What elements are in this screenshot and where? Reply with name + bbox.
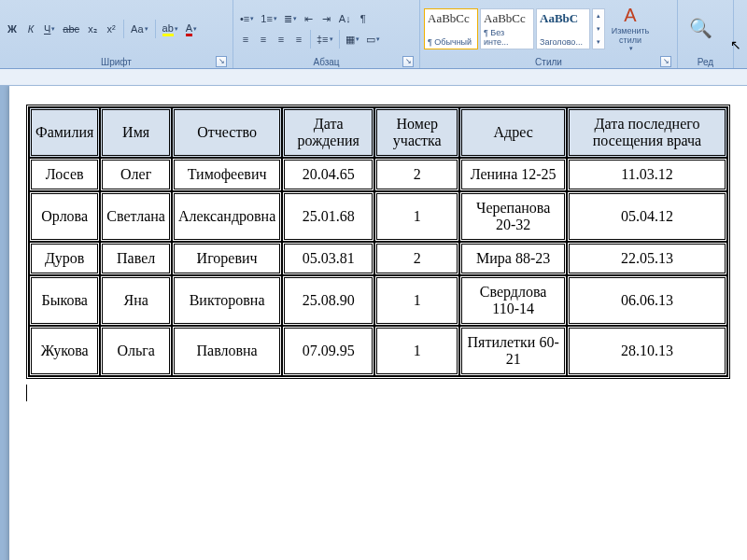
styles-dialog-launcher[interactable]: ↘ (660, 56, 671, 67)
table-cell[interactable]: Павловна (172, 326, 282, 376)
table-cell[interactable]: Павел (100, 242, 172, 275)
table-row[interactable]: БыковаЯнаВикторовна25.08.901Свердлова 11… (29, 275, 727, 326)
group-styles: AaBbCc¶ ОбычныйAaBbCc¶ Без инте...AaBbCЗ… (420, 0, 678, 68)
style-gallery: AaBbCc¶ ОбычныйAaBbCc¶ Без инте...AaBbCЗ… (424, 8, 590, 49)
group-font-title: Шрифт ↘ (4, 56, 229, 68)
change-styles-button[interactable]: A Изменить стили ▾ (607, 5, 654, 53)
table-cell[interactable]: Орлова (29, 191, 100, 242)
table-cell[interactable]: Светлана (100, 191, 172, 242)
table-cell[interactable]: Мира 88-23 (459, 242, 567, 275)
find-icon: 🔍 (689, 19, 712, 38)
table-cell[interactable]: 1 (374, 326, 459, 376)
chevron-down-icon: ▾ (356, 35, 359, 43)
table-cell[interactable]: 25.01.68 (282, 191, 374, 242)
table-header-cell[interactable]: Дата последнего посещения врача (567, 107, 727, 158)
sort-button[interactable]: A↓ (336, 9, 354, 28)
align-right-button[interactable]: ≡ (273, 30, 289, 49)
table-cell[interactable]: Дуров (29, 242, 100, 275)
subscript-button[interactable]: x₂ (84, 20, 101, 38)
table-row[interactable]: ОрловаСветланаАлександровна25.01.681Чере… (29, 191, 727, 242)
style-preview: AaBbC (540, 11, 586, 26)
table-cell[interactable]: Олег (100, 158, 172, 191)
table-cell[interactable]: Яна (100, 275, 172, 326)
table-row[interactable]: ДуровПавелИгоревич05.03.812Мира 88-2322.… (29, 242, 727, 275)
align-justify-button[interactable]: ≡ (290, 30, 307, 49)
align-center-button[interactable]: ≡ (255, 30, 272, 49)
table-cell[interactable]: Свердлова 110-14 (459, 275, 567, 326)
style-tile[interactable]: AaBbCc¶ Обычный (424, 8, 478, 49)
table-cell[interactable]: Черепанова 20-32 (459, 191, 567, 242)
multilevel-button[interactable]: ≣▾ (281, 9, 300, 28)
group-editing: 🔍 Ред (678, 0, 734, 68)
table-cell[interactable]: Ольга (100, 326, 172, 376)
bold-button[interactable]: Ж (4, 20, 21, 38)
style-label: ¶ Обычный (428, 37, 474, 47)
bullets-button[interactable]: •≡▾ (237, 9, 257, 28)
shading-button[interactable]: ▦▾ (343, 30, 362, 49)
table-cell[interactable]: 20.04.65 (282, 158, 374, 191)
line-spacing-button[interactable]: ‡≡▾ (314, 30, 336, 49)
table-header-cell[interactable]: Номер участка (374, 107, 459, 158)
chevron-down-icon: ▾ (250, 15, 254, 22)
table-cell[interactable]: 2 (374, 242, 459, 275)
style-tile[interactable]: AaBbCc¶ Без инте... (480, 8, 534, 49)
table-cell[interactable]: 07.09.95 (282, 326, 374, 376)
underline-button[interactable]: Ч▾ (41, 20, 58, 38)
chevron-down-icon: ▾ (274, 15, 277, 22)
font-color-button[interactable]: A▾ (183, 20, 200, 38)
highlight-button[interactable]: ab▾ (160, 20, 181, 38)
superscript-button[interactable]: x² (103, 20, 120, 38)
change-case-button[interactable]: Aa▾ (128, 20, 150, 38)
font-dialog-launcher[interactable]: ↘ (216, 56, 227, 67)
table-cell[interactable]: 06.06.13 (567, 275, 727, 326)
group-paragraph: •≡▾ 1≡▾ ≣▾ ⇤ ⇥ A↓ ¶ ≡ ≡ ≡ ≡ ‡≡▾ ▦▾ (233, 0, 420, 68)
table-cell[interactable]: Викторовна (172, 275, 282, 326)
chevron-down-icon: ▾ (175, 25, 178, 33)
table-cell[interactable]: Пятилетки 60-21 (459, 326, 567, 376)
table-header-cell[interactable]: Имя (100, 107, 172, 158)
table-cell[interactable]: 1 (374, 191, 459, 242)
table-row[interactable]: ЖуковаОльгаПавловна07.09.951Пятилетки 60… (29, 326, 727, 376)
font-color-icon: A (186, 22, 192, 36)
table-cell[interactable]: 05.04.12 (567, 191, 727, 242)
table-header-cell[interactable]: Дата рождения (282, 107, 374, 158)
strike-button[interactable]: abc (60, 20, 82, 38)
increase-indent-button[interactable]: ⇥ (318, 9, 335, 28)
table-cell[interactable]: Быкова (29, 275, 100, 326)
table-cell[interactable]: 25.08.90 (282, 275, 374, 326)
show-marks-button[interactable]: ¶ (355, 9, 372, 28)
style-tile[interactable]: AaBbCЗаголово... (536, 8, 590, 49)
table-header-cell[interactable]: Адрес (459, 107, 567, 158)
table-header-cell[interactable]: Фамилия (29, 107, 100, 158)
styles-more-button[interactable]: ▴ ▾ ▾ (592, 8, 605, 49)
table-header-cell[interactable]: Отчество (172, 107, 282, 158)
table-cell[interactable]: Ленина 12-25 (459, 158, 567, 191)
table-cell[interactable]: Игоревич (172, 242, 282, 275)
table-cell[interactable]: Александровна (172, 191, 282, 242)
table-cell[interactable]: 2 (374, 158, 459, 191)
group-styles-title: Стили ↘ (424, 56, 673, 68)
style-label: ¶ Без инте... (484, 28, 530, 47)
workspace: ФамилияИмяОтчествоДата рожденияНомер уча… (0, 86, 747, 560)
decrease-indent-button[interactable]: ⇤ (301, 9, 317, 28)
patients-table[interactable]: ФамилияИмяОтчествоДата рожденияНомер уча… (26, 105, 730, 379)
borders-button[interactable]: ▭▾ (363, 30, 383, 49)
separator (123, 20, 124, 38)
align-left-button[interactable]: ≡ (237, 30, 254, 49)
table-cell[interactable]: 05.03.81 (282, 242, 374, 275)
find-button[interactable]: 🔍 (682, 5, 719, 53)
ruler[interactable] (0, 69, 747, 86)
table-cell[interactable]: Лосев (29, 158, 100, 191)
italic-button[interactable]: К (22, 20, 39, 38)
table-cell[interactable]: 11.03.12 (567, 158, 727, 191)
group-paragraph-title: Абзац ↘ (237, 56, 416, 68)
table-cell[interactable]: 28.10.13 (567, 326, 727, 376)
table-cell[interactable]: Тимофеевич (172, 158, 282, 191)
document-page[interactable]: ФамилияИмяОтчествоДата рожденияНомер уча… (9, 86, 747, 560)
table-cell[interactable]: Жукова (29, 326, 100, 376)
table-cell[interactable]: 1 (374, 275, 459, 326)
table-cell[interactable]: 22.05.13 (567, 242, 727, 275)
table-row[interactable]: ЛосевОлегТимофеевич20.04.652Ленина 12-25… (29, 158, 727, 191)
paragraph-dialog-launcher[interactable]: ↘ (402, 56, 414, 67)
numbering-button[interactable]: 1≡▾ (258, 9, 280, 28)
